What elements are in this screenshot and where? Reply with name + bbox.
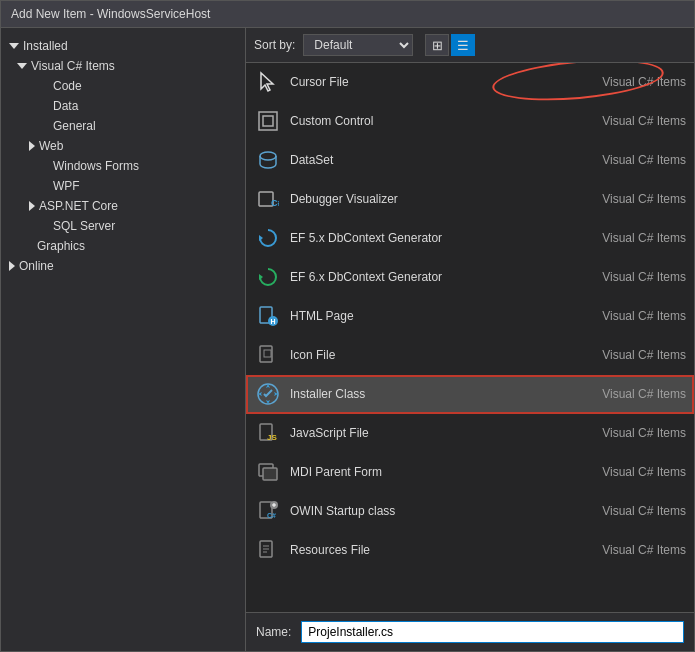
item-category: Visual C# Items [566,114,686,128]
item-category: Visual C# Items [566,192,686,206]
item-icon-html: H [254,302,282,330]
sidebar-item-graphics[interactable]: Graphics [1,236,245,256]
svg-rect-12 [264,350,271,357]
table-row[interactable]: Cursor File Visual C# Items [246,63,694,102]
item-icon-ef6 [254,263,282,291]
table-row[interactable]: Icon File Visual C# Items [246,336,694,375]
visual-csharp-label: Visual C# Items [31,59,115,73]
name-input[interactable] [301,621,684,643]
svg-rect-2 [263,116,273,126]
visual-csharp-triangle [17,63,27,69]
list-view-button[interactable]: ☰ [451,34,475,56]
item-name: Icon File [290,348,566,362]
sidebar-installed[interactable]: Installed [1,36,245,56]
sidebar: Installed Visual C# Items Code Data Gene… [1,28,246,651]
table-row[interactable]: MDI Parent Form Visual C# Items [246,453,694,492]
item-list: Cursor File Visual C# Items Custom Contr… [246,63,694,612]
windows-forms-label: Windows Forms [53,159,139,173]
item-category: Visual C# Items [566,465,686,479]
item-icon-js: JS [254,419,282,447]
sidebar-item-web[interactable]: Web [1,136,245,156]
general-label: General [53,119,96,133]
svg-text:C#: C# [267,512,276,519]
table-row[interactable]: EF 6.x DbContext Generator Visual C# Ite… [246,258,694,297]
list-icon: ☰ [457,38,469,53]
installed-label: Installed [23,39,68,53]
item-category: Visual C# Items [566,426,686,440]
item-name: JavaScript File [290,426,566,440]
sidebar-item-sql-server[interactable]: SQL Server [1,216,245,236]
sql-server-label: SQL Server [53,219,115,233]
sidebar-visual-csharp[interactable]: Visual C# Items [1,56,245,76]
item-category: Visual C# Items [566,270,686,284]
item-category: Visual C# Items [566,75,686,89]
sidebar-item-general[interactable]: General [1,116,245,136]
svg-rect-1 [259,112,277,130]
right-panel: Sort by: Default Name Type ⊞ ☰ [246,28,694,651]
item-category: Visual C# Items [566,153,686,167]
item-name: EF 6.x DbContext Generator [290,270,566,284]
item-icon-debugger: C# [254,185,282,213]
sort-label: Sort by: [254,38,295,52]
svg-marker-0 [261,73,273,91]
item-name: Custom Control [290,114,566,128]
web-triangle [29,141,35,151]
sidebar-item-online[interactable]: Online [1,256,245,276]
table-row[interactable]: C# Debugger Visualizer Visual C# Items [246,180,694,219]
item-icon-dataset [254,146,282,174]
table-row[interactable]: Resources File Visual C# Items [246,531,694,570]
table-row-installer[interactable]: Installer Class Visual C# Items [246,375,694,414]
item-icon-mdi [254,458,282,486]
add-new-item-dialog: Add New Item - WindowsServiceHost Instal… [0,0,695,652]
item-list-wrapper: Cursor File Visual C# Items Custom Contr… [246,63,694,612]
table-row[interactable]: DataSet Visual C# Items [246,141,694,180]
sidebar-item-data[interactable]: Data [1,96,245,116]
grid-icon: ⊞ [432,38,443,53]
sidebar-item-code[interactable]: Code [1,76,245,96]
graphics-label: Graphics [37,239,85,253]
item-category: Visual C# Items [566,348,686,362]
table-row[interactable]: Custom Control Visual C# Items [246,102,694,141]
table-row[interactable]: H HTML Page Visual C# Items [246,297,694,336]
item-name: Debugger Visualizer [290,192,566,206]
code-label: Code [53,79,82,93]
table-row[interactable]: C# OWIN Startup class Visual C# Items [246,492,694,531]
name-bar: Name: [246,612,694,651]
svg-rect-11 [260,346,272,362]
item-category: Visual C# Items [566,309,686,323]
item-icon-owin: C# [254,497,282,525]
table-row[interactable]: JS JavaScript File Visual C# Items [246,414,694,453]
svg-text:H: H [271,318,276,325]
item-icon-ef5 [254,224,282,252]
item-icon-iconfile [254,341,282,369]
svg-text:C#: C# [271,198,279,208]
name-label: Name: [256,625,291,639]
aspnet-label: ASP.NET Core [39,199,118,213]
toolbar: Sort by: Default Name Type ⊞ ☰ [246,28,694,63]
aspnet-triangle [29,201,35,211]
web-label: Web [39,139,63,153]
item-list-container: Cursor File Visual C# Items Custom Contr… [246,63,694,612]
grid-view-button[interactable]: ⊞ [425,34,449,56]
sidebar-item-wpf[interactable]: WPF [1,176,245,196]
online-label: Online [19,259,54,273]
item-category: Visual C# Items [566,231,686,245]
sidebar-item-windows-forms[interactable]: Windows Forms [1,156,245,176]
item-category: Visual C# Items [566,387,686,401]
svg-point-3 [260,152,276,160]
view-buttons: ⊞ ☰ [425,34,475,56]
item-icon-installer [254,380,282,408]
item-name: Installer Class [290,387,566,401]
svg-text:JS: JS [267,433,277,442]
wpf-label: WPF [53,179,80,193]
main-content: Installed Visual C# Items Code Data Gene… [1,28,694,651]
item-category: Visual C# Items [566,543,686,557]
item-name: HTML Page [290,309,566,323]
table-row[interactable]: EF 5.x DbContext Generator Visual C# Ite… [246,219,694,258]
item-icon-resources [254,536,282,564]
title-bar: Add New Item - WindowsServiceHost [1,1,694,28]
sort-dropdown[interactable]: Default Name Type [303,34,413,56]
item-name: MDI Parent Form [290,465,566,479]
sidebar-item-aspnet[interactable]: ASP.NET Core [1,196,245,216]
item-name: Cursor File [290,75,566,89]
